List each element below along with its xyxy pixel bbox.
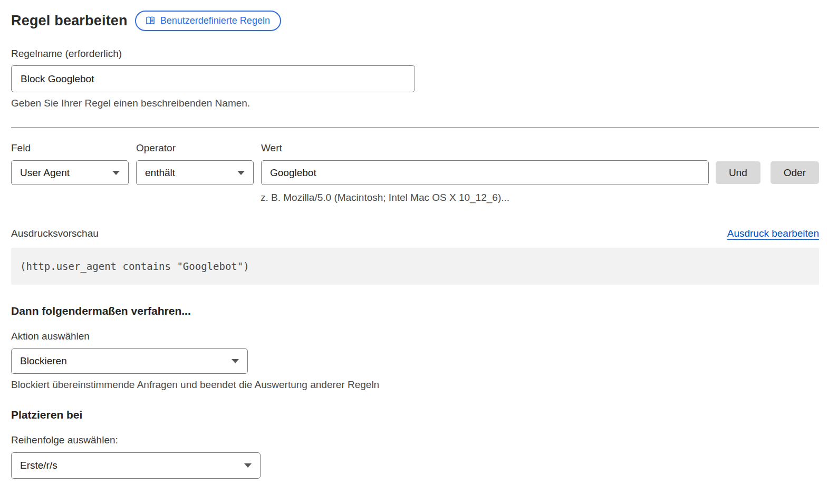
field-column: Feld User Agent: [11, 142, 129, 185]
field-select-value: User Agent: [20, 167, 70, 179]
chevron-down-icon: [232, 359, 239, 363]
condition-section: Feld User Agent Operator enthält Wert Un…: [11, 142, 819, 203]
rule-name-group: Regelname (erforderlich) Geben Sie Ihrer…: [11, 48, 819, 109]
action-heading: Dann folgendermaßen verfahren...: [11, 305, 819, 317]
chevron-down-icon: [112, 171, 120, 175]
field-select[interactable]: User Agent: [11, 160, 129, 185]
operator-label: Operator: [136, 142, 254, 154]
action-label: Aktion auswählen: [11, 331, 819, 342]
or-button[interactable]: Oder: [771, 161, 819, 184]
chevron-down-icon: [244, 463, 252, 468]
placement-heading: Platzieren bei: [11, 409, 819, 421]
action-help: Blockiert übereinstimmende Anfragen und …: [11, 379, 819, 391]
value-help: z. B. Mozilla/5.0 (Macintosh; Intel Mac …: [261, 192, 819, 203]
open-book-icon: [145, 15, 156, 26]
operator-select[interactable]: enthält: [136, 160, 254, 185]
edit-expression-link[interactable]: Ausdruck bearbeiten: [727, 228, 819, 239]
action-select[interactable]: Blockieren: [11, 348, 248, 374]
edit-rule-page: Regel bearbeiten Benutzerdefinierte Rege…: [0, 0, 828, 479]
page-title: Regel bearbeiten: [11, 13, 128, 29]
value-label: Wert: [261, 142, 709, 154]
rule-name-input[interactable]: [11, 65, 415, 92]
action-section: Dann folgendermaßen verfahren... Aktion …: [11, 305, 819, 391]
placement-section: Platzieren bei Reihenfolge auswählen: Er…: [11, 409, 819, 479]
expression-preview-box: (http.user_agent contains "Googlebot"): [11, 248, 819, 285]
rule-name-label: Regelname (erforderlich): [11, 48, 819, 60]
rule-name-help: Geben Sie Ihrer Regel einen beschreibend…: [11, 98, 819, 109]
and-button[interactable]: Und: [716, 161, 760, 184]
value-input[interactable]: [261, 160, 709, 185]
section-divider: [11, 127, 819, 128]
expression-code: (http.user_agent contains "Googlebot"): [20, 260, 249, 272]
header: Regel bearbeiten Benutzerdefinierte Rege…: [11, 11, 819, 31]
expression-preview-label: Ausdrucksvorschau: [11, 228, 99, 239]
value-column: Wert: [261, 142, 709, 185]
custom-rules-badge-button[interactable]: Benutzerdefinierte Regeln: [135, 11, 281, 31]
field-label: Feld: [11, 142, 129, 154]
operator-column: Operator enthält: [136, 142, 254, 185]
order-select[interactable]: Erste/r/s: [11, 452, 261, 479]
action-select-value: Blockieren: [20, 355, 67, 367]
operator-select-value: enthält: [145, 167, 175, 179]
custom-rules-badge-label: Benutzerdefinierte Regeln: [160, 16, 270, 25]
placement-label: Reihenfolge auswählen:: [11, 434, 819, 446]
chevron-down-icon: [237, 171, 245, 175]
condition-row: Feld User Agent Operator enthält Wert Un…: [11, 142, 819, 185]
expression-header: Ausdrucksvorschau Ausdruck bearbeiten: [11, 228, 819, 239]
order-select-value: Erste/r/s: [20, 460, 57, 471]
